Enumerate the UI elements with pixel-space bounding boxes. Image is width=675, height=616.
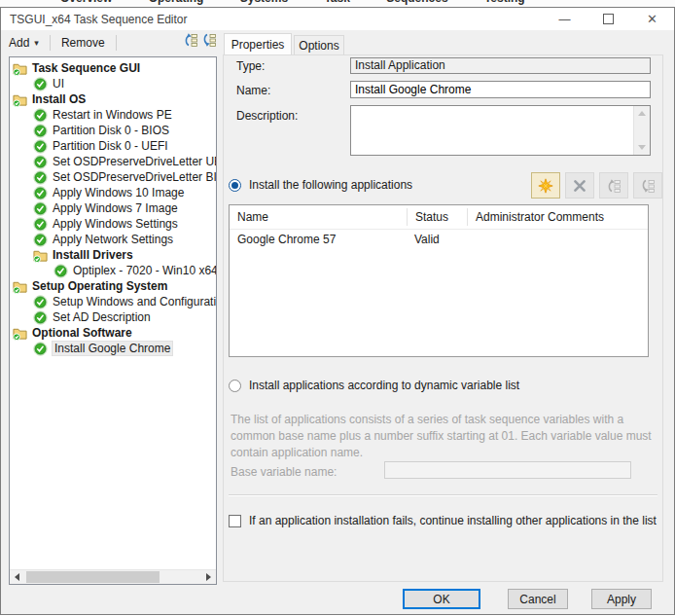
scroll-up-icon[interactable]: [638, 111, 646, 116]
install-list-radio[interactable]: Install the following applications: [229, 178, 412, 192]
app-admin-comments-cell: [467, 231, 648, 248]
step-check-icon: [53, 264, 68, 278]
close-button[interactable]: ✕: [630, 8, 674, 30]
scroll-down-icon[interactable]: [638, 145, 646, 150]
maximize-button[interactable]: [586, 8, 630, 30]
tree-item[interactable]: Installl Drivers: [10, 247, 216, 263]
step-check-icon: [33, 233, 48, 247]
base-variable-label: Base variable name:: [231, 465, 337, 479]
column-header-status[interactable]: Status: [407, 208, 467, 226]
maximize-icon: [603, 14, 614, 24]
tree-item-label: Apply Windows 7 Image: [53, 201, 178, 215]
tree-item-selected[interactable]: Install Google Chrome: [10, 341, 216, 356]
minimize-button[interactable]: —: [543, 8, 586, 30]
tree-item-label: Installl Drivers: [53, 248, 133, 262]
new-application-button[interactable]: [531, 172, 560, 199]
tree-item-label: Install OS: [32, 92, 86, 106]
scrollbar-thumb[interactable]: [26, 571, 160, 583]
tree-item[interactable]: Restart in Windows PE: [10, 107, 216, 123]
table-row[interactable]: Google Chrome 57 Valid: [230, 230, 648, 249]
toolbar-separator: [116, 35, 117, 51]
tab-properties-label: Properties: [231, 38, 285, 52]
tree-item[interactable]: Set AD Description: [10, 309, 216, 325]
ok-button[interactable]: OK: [403, 589, 480, 609]
tree-item[interactable]: Apply Windows 7 Image: [10, 200, 216, 216]
tree-item[interactable]: Set OSDPreserveDriveLetter UEFI: [10, 154, 216, 169]
folder-check-icon: [13, 92, 27, 107]
tree-item[interactable]: UI: [10, 76, 216, 91]
tree-item-label: Apply Network Settings: [53, 233, 173, 246]
name-input[interactable]: [350, 81, 651, 98]
column-header-admin-comments[interactable]: Administrator Comments: [467, 208, 648, 226]
tree-item[interactable]: Partition Disk 0 - BIOS: [10, 123, 216, 138]
tree-item[interactable]: Partition Disk 0 - UEFI: [10, 138, 216, 154]
tree-item-label: Apply Windows 10 Image: [53, 186, 184, 199]
minimize-icon: —: [559, 13, 571, 26]
tab-options[interactable]: Options: [294, 35, 344, 54]
base-variable-field-frame: [384, 461, 631, 479]
continue-on-fail-checkbox[interactable]: If an application installation fails, co…: [229, 514, 657, 527]
tree-item-label: Setup Windows and Configuration: [53, 295, 217, 308]
window-title: TSGUI_x64 Task Sequence Editor: [10, 13, 188, 26]
star-new-icon: [538, 178, 553, 194]
remove-button-label: Remove: [61, 36, 105, 50]
remove-button[interactable]: Remove: [53, 33, 113, 53]
window-controls: — ✕: [543, 8, 674, 30]
tree-horizontal-scrollbar[interactable]: [10, 569, 216, 584]
app-status-cell: Valid: [407, 231, 467, 248]
tab-properties[interactable]: Properties: [224, 33, 292, 54]
tree-toolbar: Add ▾ Remove: [1, 30, 120, 55]
step-check-icon: [33, 186, 48, 200]
tree-item[interactable]: Optiplex - 7020 - Win10 x64: [10, 263, 216, 278]
applications-table-header: Name Status Administrator Comments: [230, 205, 648, 230]
tree-item[interactable]: Optional Software: [10, 325, 216, 341]
delete-application-button: [565, 172, 594, 199]
install-list-radio-label: Install the following applications: [249, 178, 412, 192]
column-header-name[interactable]: Name: [230, 210, 407, 224]
tree-move-buttons: [183, 32, 217, 48]
tree-item-label: Set OSDPreserveDriveLetter UEFI: [53, 155, 217, 168]
step-check-icon: [33, 108, 48, 123]
step-check-icon: [33, 77, 48, 91]
apply-button-label: Apply: [607, 593, 636, 606]
description-input[interactable]: [351, 106, 634, 155]
folder-check-icon: [13, 279, 27, 294]
add-button[interactable]: Add ▾: [1, 33, 47, 53]
tree-item[interactable]: Setup Operating System: [10, 278, 216, 294]
tree-item[interactable]: Apply Network Settings: [10, 232, 216, 247]
tree-item-label: Task Sequence GUI: [32, 61, 140, 75]
base-variable-input: [389, 462, 630, 480]
tree-item[interactable]: Apply Windows Settings: [10, 216, 216, 232]
tree-item[interactable]: Apply Windows 10 Image: [10, 185, 216, 200]
checkbox-unchecked-icon: [229, 515, 241, 527]
cancel-button[interactable]: Cancel: [508, 589, 568, 609]
step-check-icon: [33, 217, 48, 232]
radio-selected-icon: [229, 179, 241, 192]
description-scrollbar[interactable]: [633, 106, 650, 155]
dynamic-variable-radio[interactable]: Install applications according to dynami…: [229, 379, 519, 392]
app-name-cell: Google Chrome 57: [230, 233, 407, 246]
tree-item[interactable]: Install OS: [10, 91, 216, 107]
tree-item-label: Partition Disk 0 - BIOS: [53, 124, 169, 137]
step-check-icon: [33, 139, 48, 154]
task-sequence-tree: Task Sequence GUI UI Install OS Restart …: [9, 56, 217, 585]
radio-unselected-icon: [229, 380, 241, 392]
tab-options-label: Options: [299, 39, 338, 53]
move-up-icon[interactable]: [183, 32, 198, 48]
step-check-icon: [33, 170, 48, 185]
tree-item[interactable]: Set OSDPreserveDriveLetter BIOS: [10, 169, 216, 185]
scroll-left-icon[interactable]: [15, 573, 19, 581]
step-check-icon: [33, 124, 48, 138]
tree-item[interactable]: Setup Windows and Configuration: [10, 294, 216, 309]
name-label: Name:: [236, 84, 270, 97]
step-check-icon: [33, 155, 48, 169]
scroll-right-icon[interactable]: [206, 573, 211, 581]
tree-item[interactable]: Task Sequence GUI: [10, 60, 216, 76]
apply-button[interactable]: Apply: [591, 589, 652, 609]
dynamic-variable-help-text: The list of applications consists of a s…: [231, 412, 661, 461]
description-label: Description:: [236, 109, 298, 123]
section-divider: [229, 494, 657, 496]
move-application-up-button: [599, 172, 628, 199]
move-down-icon[interactable]: [201, 32, 217, 48]
tree-item-label: Set OSDPreserveDriveLetter BIOS: [53, 170, 217, 184]
